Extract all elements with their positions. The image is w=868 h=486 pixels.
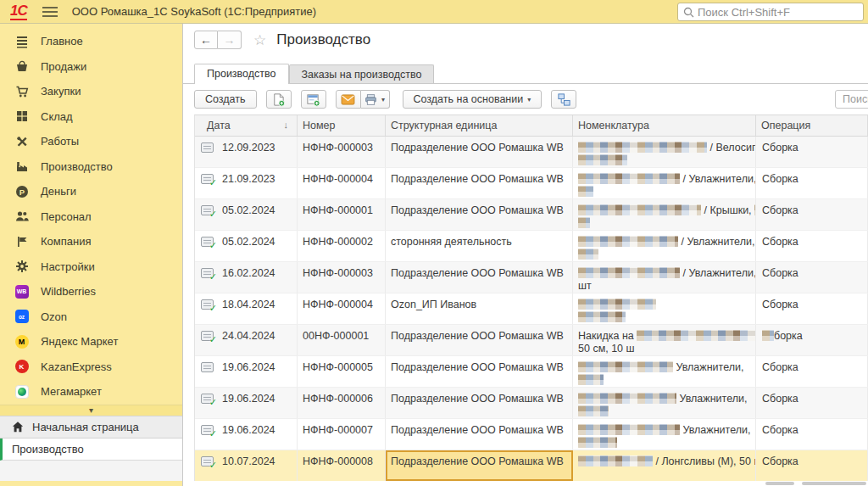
cell-text: Сборка	[762, 142, 798, 154]
documents-table: Дата ↓ Номер Структурная единица Номенкл…	[194, 115, 868, 481]
cell-text: Сборка	[762, 173, 798, 185]
sidebar-item-megamarket[interactable]: Мегамаркет	[0, 379, 182, 405]
horizontal-scrollbar[interactable]	[765, 482, 866, 485]
table-row[interactable]: 19.06.2024НФНФ-000007Подразделение ООО Р…	[195, 419, 868, 450]
date-value: 21.09.2023	[222, 173, 275, 198]
sales-icon	[14, 59, 29, 74]
related-documents-button[interactable]	[551, 90, 576, 109]
cell-number: 00НФ-000001	[298, 325, 386, 355]
copy-document-button[interactable]	[266, 90, 292, 109]
cell-unit-active: Подразделение ООО Ромашка WB	[386, 450, 573, 481]
back-button[interactable]: ←	[194, 31, 218, 49]
cell-operation: борка	[756, 325, 868, 355]
sidebar-item-label: Продажи	[41, 60, 86, 73]
cell-number: НФНФ-000001	[298, 199, 386, 230]
table-row[interactable]: 21.09.2023НФНФ-000004Подразделение ООО Р…	[195, 168, 868, 199]
redacted-text	[578, 217, 590, 228]
cell-date: 10.07.2024	[195, 450, 298, 481]
redacted-text	[578, 361, 673, 372]
create-button[interactable]: Создать	[194, 90, 257, 109]
table-row[interactable]: 24.04.202400НФ-000001Подразделение ООО Р…	[195, 325, 868, 356]
cell-date: 19.06.2024	[195, 419, 298, 450]
sidebar-item-wildberries[interactable]: WBWildberries	[0, 279, 182, 304]
document-posted-icon	[201, 394, 214, 404]
main-menu-burger-icon[interactable]	[42, 7, 58, 17]
create-based-on-button[interactable]: Создать на основании ▾	[403, 90, 542, 109]
document-posted-icon	[201, 299, 214, 310]
table-row[interactable]: 19.06.2024НФНФ-000006Подразделение ООО Р…	[195, 388, 868, 419]
redacted-text	[762, 330, 774, 341]
table-row[interactable]: 12.09.2023НФНФ-000003Подразделение ООО Р…	[195, 137, 868, 168]
favorite-star-icon[interactable]: ☆	[253, 31, 266, 49]
forward-button[interactable]: →	[218, 31, 242, 49]
page-title: Производство	[276, 31, 370, 48]
cell-text: / Лонгсливы (М), 50 шт	[653, 455, 756, 467]
tab-production[interactable]: Производство	[194, 64, 289, 84]
table-row[interactable]: 16.02.2024НФНФ-000003Подразделение ООО Р…	[195, 262, 868, 293]
table-row[interactable]: 05.02.2024НФНФ-000001Подразделение ООО Р…	[195, 199, 868, 231]
cell-unit: Ozon_ИП Иванов	[386, 293, 573, 324]
column-header-number[interactable]: Номер	[298, 115, 386, 136]
sidebar-collapse-button[interactable]: ▾	[0, 405, 182, 416]
sidebar-item-ozon[interactable]: ozOzon	[0, 304, 182, 330]
redacted-text	[578, 393, 676, 404]
cell-nomenclature: / Увлажнители, 1	[573, 168, 756, 198]
1c-logo[interactable]: 1С	[10, 3, 27, 20]
home-page-button[interactable]: Начальная страница	[0, 416, 182, 439]
yandex-market-logo: M	[14, 334, 29, 349]
sidebar-item-company[interactable]: Компания	[0, 229, 182, 254]
sidebar-item-works[interactable]: Работы	[0, 129, 182, 154]
sidebar-item-main[interactable]: Главное	[0, 29, 182, 54]
printer-icon	[364, 93, 377, 106]
sidebar-item-money[interactable]: РДеньги	[0, 179, 182, 204]
document-posted-icon	[201, 237, 214, 247]
sidebar-item-purchases[interactable]: Закупки	[0, 79, 182, 104]
column-header-date[interactable]: Дата ↓	[195, 115, 298, 136]
cell-text: Увлажнители,	[676, 393, 747, 405]
column-header-operation[interactable]: Операция	[756, 115, 868, 136]
open-window-tab-production[interactable]: Производство	[0, 439, 182, 461]
chevron-down-icon: ▾	[89, 405, 93, 415]
column-header-unit[interactable]: Структурная единица	[386, 115, 573, 136]
create-form-button[interactable]	[301, 90, 326, 109]
search-icon	[683, 7, 694, 18]
redacted-text	[578, 405, 609, 416]
sidebar-item-label: Wildberries	[41, 285, 96, 298]
sidebar-sections: ГлавноеПродажиЗакупкиСкладРаботыПроизвод…	[0, 24, 182, 405]
redacted-text	[637, 330, 756, 341]
table-row[interactable]: 18.04.2024НФНФ-000004Ozon_ИП ИвановСборк…	[195, 293, 868, 325]
print-button[interactable]: ▾	[361, 90, 390, 109]
redacted-text	[578, 249, 598, 260]
sidebar-item-yandex-market[interactable]: MЯндекс Маркет	[0, 329, 182, 355]
cell-operation: Сборка	[756, 231, 868, 261]
date-value: 19.06.2024	[222, 393, 275, 418]
sidebar-item-label: Яндекс Маркет	[41, 335, 118, 348]
sidebar-item-kazanexpress[interactable]: KKazanExpress	[0, 355, 182, 380]
date-value: 24.04.2024	[222, 330, 275, 355]
sidebar-item-sales[interactable]: Продажи	[0, 54, 182, 80]
sidebar-item-production[interactable]: Производство	[0, 154, 182, 180]
sidebar-item-warehouse[interactable]: Склад	[0, 104, 182, 130]
cell-text: Сборка	[762, 204, 798, 216]
sidebar-item-settings[interactable]: Настройки	[0, 254, 182, 280]
sidebar-item-label: Склад	[41, 110, 73, 123]
column-header-nomenclature[interactable]: Номенклатура	[573, 115, 756, 136]
cell-unit: Подразделение ООО Ромашка WB	[386, 262, 573, 293]
send-email-button[interactable]	[336, 90, 361, 109]
table-row[interactable]: 19.06.2024НФНФ-000005Подразделение ООО Р…	[195, 356, 868, 388]
global-search-input[interactable]: Поиск Ctrl+Shift+F	[677, 3, 864, 21]
cell-nomenclature	[573, 293, 756, 324]
sidebar-item-personnel[interactable]: Персонал	[0, 204, 182, 230]
table-row[interactable]: 05.02.2024НФНФ-000002сторонняя деятельно…	[195, 231, 868, 262]
sidebar-item-label: Настройки	[41, 260, 95, 273]
wildberries-logo: WB	[14, 284, 29, 299]
cell-number: НФНФ-000003	[298, 262, 386, 293]
tab-production-orders[interactable]: Заказы на производство	[289, 64, 435, 83]
cell-operation: Сборка	[756, 293, 868, 324]
cell-unit: Подразделение ООО Ромашка WB	[386, 388, 573, 418]
table-search-input[interactable]: Поиск (Ctrl+F)	[835, 90, 868, 109]
document-posted-icon	[201, 331, 214, 341]
cell-operation: Сборка	[756, 137, 868, 167]
table-row[interactable]: 10.07.2024НФНФ-000008Подразделение ООО Р…	[195, 450, 868, 481]
redacted-text	[578, 186, 593, 197]
